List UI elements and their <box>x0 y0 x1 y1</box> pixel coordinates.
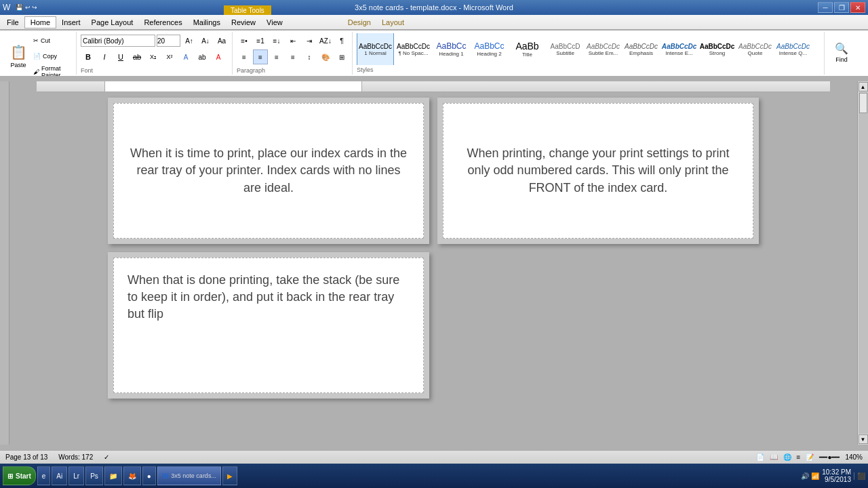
bold-button[interactable]: B <box>81 49 96 64</box>
close-button[interactable]: ✕ <box>850 2 865 13</box>
para-row1: ≡• ≡1 ≡↓ ⇤ ⇥ AZ↓ ¶ <box>237 33 349 48</box>
index-card-3[interactable]: When that is done printing, take the sta… <box>113 258 424 393</box>
shading-button[interactable]: 🎨 <box>318 49 333 64</box>
card-3-text: When that is done printing, take the sta… <box>127 272 410 323</box>
style-quote[interactable]: AaBbCcDc Quote <box>736 33 774 65</box>
style-strong[interactable]: AaBbCcDc Strong <box>698 33 736 65</box>
view-print-icon[interactable]: 📄 <box>756 453 764 461</box>
grow-font-button[interactable]: A↑ <box>182 33 197 48</box>
ie-icon: e <box>42 472 46 480</box>
style-emphasis[interactable]: AaBbCcDc Emphasis <box>623 33 660 65</box>
style-intense-em[interactable]: AaBbCcDc Intense E... <box>660 33 698 65</box>
doc-content[interactable]: When it is time to print, place our inde… <box>9 81 857 445</box>
taskbar-vlc[interactable]: ▶ <box>222 466 237 485</box>
menu-insert[interactable]: Insert <box>56 17 86 28</box>
style-no-space[interactable]: AaBbCcDc ¶ No Spac... <box>395 33 432 65</box>
filemanager-icon: 📁 <box>109 472 117 480</box>
menu-design[interactable]: Design <box>342 17 376 28</box>
vertical-scrollbar[interactable]: ▲ ▼ <box>857 81 868 445</box>
scroll-track[interactable] <box>859 92 868 434</box>
taskbar-firefox[interactable]: 🦊 <box>123 466 141 485</box>
font-size-input[interactable] <box>157 35 180 47</box>
style-normal[interactable]: AaBbCcDc 1 Normal <box>357 33 394 65</box>
numbering-button[interactable]: ≡1 <box>253 33 268 48</box>
multilevel-button[interactable]: ≡↓ <box>269 33 284 48</box>
scroll-down-button[interactable]: ▼ <box>859 434 868 444</box>
font-label: Font <box>81 67 229 74</box>
style-intenseem-preview: AaBbCcDc <box>662 43 697 50</box>
font-color-button[interactable]: A <box>211 49 226 64</box>
menu-references[interactable]: References <box>138 17 187 28</box>
style-subtitle[interactable]: AaBbCcD Subtitle <box>547 33 584 65</box>
taskbar-fm[interactable]: 📁 <box>104 466 122 485</box>
style-heading1[interactable]: AaBbCc Heading 1 <box>433 33 470 65</box>
menu-view[interactable]: View <box>261 17 288 28</box>
style-heading2[interactable]: AaBbCc Heading 2 <box>471 33 508 65</box>
show-marks-button[interactable]: ¶ <box>334 33 349 48</box>
taskbar-ie[interactable]: e <box>37 466 51 485</box>
style-subtle-em[interactable]: AaBbCcDc Subtle Em... <box>585 33 622 65</box>
zoom-slider[interactable]: ━━●━━ <box>819 453 840 461</box>
minimize-button[interactable]: ─ <box>818 2 833 13</box>
view-draft-icon[interactable]: 📝 <box>806 453 814 461</box>
copy-button[interactable]: 📄Copy <box>33 49 73 64</box>
restore-button[interactable]: ❐ <box>834 2 849 13</box>
justify-button[interactable]: ≡ <box>285 49 300 64</box>
app-window: W 💾 ↩ ↪ 3x5 note cards - template.docx -… <box>0 0 868 488</box>
clear-format-button[interactable]: Aa <box>214 33 229 48</box>
menu-mailings[interactable]: Mailings <box>188 17 226 28</box>
scissors-icon: ✂ <box>33 37 39 44</box>
italic-button[interactable]: I <box>97 49 112 64</box>
menu-home[interactable]: Home <box>24 16 56 28</box>
taskbar-chrome[interactable]: ● <box>142 466 156 485</box>
cards-grid: When it is time to print, place our inde… <box>108 92 759 404</box>
taskbar-adobe[interactable]: Ai <box>52 466 67 485</box>
chrome-icon: ● <box>147 472 151 480</box>
find-button[interactable]: 🔍 Find <box>829 33 854 71</box>
taskbar-ps[interactable]: Ps <box>85 466 103 485</box>
show-desktop-button[interactable]: ⬛ <box>854 472 865 480</box>
strikethrough-button[interactable]: ab <box>130 49 144 64</box>
underline-button[interactable]: U <box>113 49 128 64</box>
style-intense-q[interactable]: AaBbCcDc Intense Q... <box>774 33 812 65</box>
view-web-icon[interactable]: 🌐 <box>783 453 791 461</box>
highlight-button[interactable]: ab <box>195 49 210 64</box>
taskbar-lr[interactable]: Lr <box>68 466 84 485</box>
menu-layout[interactable]: Layout <box>376 17 410 28</box>
style-intenseq-preview: AaBbCcDc <box>776 43 810 50</box>
menu-page-layout[interactable]: Page Layout <box>86 17 139 28</box>
page-info: Page 13 of 13 <box>5 453 47 461</box>
quick-access-toolbar: 💾 ↩ ↪ <box>16 4 37 11</box>
border-button[interactable]: ⊞ <box>334 49 349 64</box>
sort-button[interactable]: AZ↓ <box>318 33 333 48</box>
line-spacing-button[interactable]: ↕ <box>302 49 317 64</box>
start-button[interactable]: ⊞ Start <box>3 466 36 485</box>
subscript-button[interactable]: X₂ <box>146 49 161 64</box>
paste-button[interactable]: 📋 Paste <box>5 37 31 75</box>
align-right-button[interactable]: ≡ <box>269 49 284 64</box>
font-name-input[interactable] <box>81 35 155 47</box>
increase-indent-button[interactable]: ⇥ <box>302 33 317 48</box>
decrease-indent-button[interactable]: ⇤ <box>285 33 300 48</box>
shrink-font-button[interactable]: A↓ <box>198 33 213 48</box>
cut-button[interactable]: ✂Cut <box>33 33 73 48</box>
view-outline-icon[interactable]: ≡ <box>797 453 801 461</box>
menu-file[interactable]: File <box>1 17 24 28</box>
scroll-up-button[interactable]: ▲ <box>859 82 868 92</box>
style-h2-label: Heading 2 <box>477 51 501 57</box>
find-icon: 🔍 <box>835 42 848 55</box>
align-center-button[interactable]: ≡ <box>253 49 268 64</box>
scroll-thumb[interactable] <box>859 93 867 113</box>
superscript-button[interactable]: X² <box>162 49 177 64</box>
index-card-2[interactable]: When printing, change your print setting… <box>443 103 753 239</box>
align-left-button[interactable]: ≡ <box>237 49 252 64</box>
clock-date: 9/5/2013 <box>822 476 851 483</box>
bullets-button[interactable]: ≡• <box>237 33 252 48</box>
taskbar-word[interactable]: W 3x5 note cards... <box>157 466 221 485</box>
view-reading-icon[interactable]: 📖 <box>770 453 778 461</box>
text-effects-button[interactable]: A <box>178 49 193 64</box>
index-card-1[interactable]: When it is time to print, place our inde… <box>113 103 424 239</box>
style-title[interactable]: AaBb Title <box>509 33 546 65</box>
menu-review[interactable]: Review <box>226 17 261 28</box>
clipboard-group: 📋 Paste ✂Cut 📄Copy 🖌Format Painter Clipb… <box>3 32 77 75</box>
